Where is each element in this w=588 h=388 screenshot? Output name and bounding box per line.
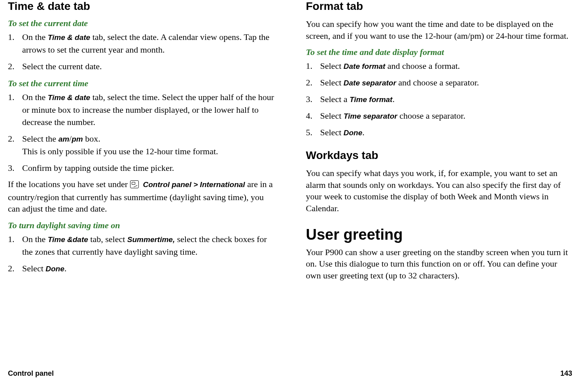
ui-label-control-panel-international: Control panel > International (143, 180, 245, 189)
ui-label-time-separator: Time separator (344, 112, 397, 120)
list-item: Select the am/pm box. This is only possi… (8, 132, 274, 158)
step-text: Select (22, 263, 45, 273)
step-text: and choose a format. (385, 61, 460, 71)
ui-label-am: am (59, 135, 69, 143)
heading-workdays-tab: Workdays tab (306, 149, 573, 162)
step-text: Select the current date. (22, 61, 102, 71)
list-item: Select Done. (8, 262, 274, 275)
step-text: . (64, 263, 67, 273)
ui-label-summertime: Summertime, (127, 235, 175, 244)
step-text: . (362, 127, 365, 137)
step-text: tab, select (88, 234, 127, 244)
ui-label-date-format: Date format (344, 62, 386, 70)
step-text: Select a (320, 94, 350, 104)
step-text: and choose a separator. (396, 78, 479, 87)
ui-label-time-format: Time format (350, 95, 392, 104)
step-text: On the (22, 92, 48, 102)
step-text: . (392, 94, 395, 104)
step-text: Select (320, 61, 344, 71)
step-note: This is only possible if you use the 12-… (22, 146, 218, 156)
ui-label-time-date: Time & date (48, 33, 90, 42)
list-item: On the Time & date tab, select the date.… (8, 31, 274, 56)
step-text: box. (83, 134, 100, 144)
step-text: Confirm by tapping outside the time pick… (22, 163, 174, 173)
step-text: choose a separator. (397, 111, 465, 121)
list-item: On the Time & date tab, select the time.… (8, 91, 274, 129)
workdays-paragraph: You can specify what days you work, if, … (306, 167, 573, 214)
dst-paragraph: If the locations you have set under Cont… (8, 178, 274, 215)
steps-set-display-format: Select Date format and choose a format. … (306, 60, 573, 138)
list-item: Select Date separator and choose a separ… (306, 76, 573, 89)
steps-dst: On the Time &date tab, select Summertime… (8, 233, 274, 275)
step-text: Select the (22, 134, 59, 144)
footer-page-number: 143 (560, 369, 572, 378)
list-item: Select Date format and choose a format. (306, 60, 573, 72)
ui-label-date-separator: Date separator (344, 79, 396, 87)
step-text: Select (320, 111, 344, 121)
user-greeting-paragraph: Your P900 can show a user greeting on th… (306, 246, 573, 282)
list-item: On the Time &date tab, select Summertime… (8, 233, 274, 258)
step-text: Select (320, 127, 344, 137)
list-item: Confirm by tapping outside the time pick… (8, 162, 274, 174)
step-text: On the (22, 234, 48, 244)
step-text: On the (22, 32, 48, 42)
list-item: Select a Time format. (306, 93, 573, 106)
ui-label-done: Done (45, 265, 64, 273)
control-panel-icon (130, 180, 139, 191)
format-intro-paragraph: You can specify how you want the time an… (306, 18, 573, 42)
list-item: Select Done. (306, 126, 573, 139)
task-heading-set-display-format: To set the time and date display format (306, 47, 573, 57)
list-item: Select Time separator choose a separator… (306, 110, 573, 122)
steps-set-current-date: On the Time & date tab, select the date.… (8, 31, 274, 73)
heading-format-tab: Format tab (306, 0, 573, 13)
heading-user-greeting: User greeting (306, 226, 573, 243)
ui-label-time-date: Time &date (48, 235, 88, 244)
ui-label-time-date: Time & date (48, 93, 90, 102)
task-heading-dst-on: To turn daylight saving time on (8, 220, 274, 231)
steps-set-current-time: On the Time & date tab, select the time.… (8, 91, 274, 174)
heading-time-date-tab: Time & date tab (8, 0, 274, 13)
para-text: If the locations you have set under (8, 179, 130, 189)
task-heading-set-current-date: To set the current date (8, 18, 274, 28)
ui-label-pm: pm (72, 135, 83, 143)
footer-section-name: Control panel (8, 369, 54, 378)
ui-label-done: Done (344, 129, 363, 137)
task-heading-set-current-time: To set the current time (8, 78, 274, 89)
step-text: Select (320, 78, 344, 87)
list-item: Select the current date. (8, 60, 274, 73)
